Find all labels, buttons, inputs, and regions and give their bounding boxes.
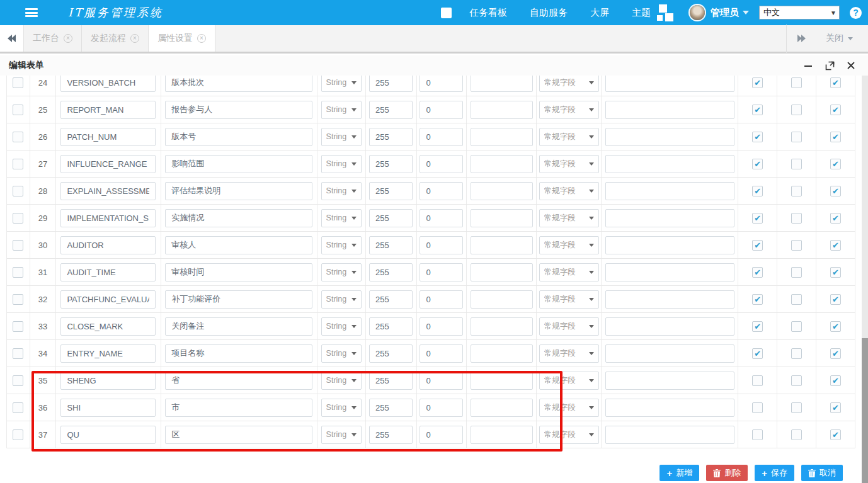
row-select-checkbox[interactable] [13,186,23,196]
row-flag2-checkbox[interactable] [791,267,802,278]
nav-theme[interactable]: 主题 [632,7,651,19]
field-category-select[interactable]: 常规字段 [539,182,599,200]
row-flag3-checkbox[interactable] [830,240,841,251]
row-select-checkbox[interactable] [13,375,23,386]
field-length-input[interactable] [369,182,413,200]
row-flag3-checkbox[interactable] [830,429,841,440]
field-default-input[interactable] [471,426,533,444]
row-select-checkbox[interactable] [13,348,23,359]
field-label-input[interactable] [165,182,312,200]
tab-close-icon[interactable]: × [64,34,72,43]
field-decimal-input[interactable] [420,155,463,173]
field-label-input[interactable] [165,76,312,92]
scrollbar-thumb[interactable] [862,338,868,483]
field-label-input[interactable] [165,236,312,254]
field-label-input[interactable] [165,317,312,336]
row-flag3-checkbox[interactable] [830,159,841,169]
row-flag2-checkbox[interactable] [791,240,802,251]
field-remark-input[interactable] [605,344,734,363]
row-select-checkbox[interactable] [13,132,23,142]
field-name-input[interactable] [60,182,156,200]
field-name-input[interactable] [60,76,156,92]
row-flag2-checkbox[interactable] [791,159,802,169]
field-remark-input[interactable] [605,182,734,200]
row-select-checkbox[interactable] [13,402,23,413]
field-label-input[interactable] [165,372,312,390]
row-flag1-checkbox[interactable] [752,294,763,305]
field-decimal-input[interactable] [420,236,463,254]
row-flag1-checkbox[interactable] [752,105,763,115]
close-tabs-button[interactable]: 关闭 [816,33,868,44]
field-category-select[interactable]: 常规字段 [539,263,599,281]
field-remark-input[interactable] [605,263,734,281]
user-caret-icon[interactable] [743,11,749,14]
field-decimal-input[interactable] [420,263,463,281]
field-default-input[interactable] [471,76,533,92]
row-select-checkbox[interactable] [13,159,23,169]
field-remark-input[interactable] [605,426,734,444]
field-category-select[interactable]: 常规字段 [539,290,599,309]
user-name[interactable]: 管理员 [711,7,739,19]
field-category-select[interactable]: 常规字段 [539,155,599,173]
field-decimal-input[interactable] [420,290,463,309]
field-label-input[interactable] [165,426,312,444]
field-name-input[interactable] [60,317,156,336]
field-decimal-input[interactable] [420,128,463,146]
row-flag1-checkbox[interactable] [752,402,763,413]
field-decimal-input[interactable] [420,101,463,119]
field-default-input[interactable] [471,209,533,227]
field-category-select[interactable]: 常规字段 [539,317,599,336]
field-decimal-input[interactable] [420,399,463,417]
field-type-select[interactable]: String [321,128,362,146]
row-flag2-checkbox[interactable] [791,429,802,440]
row-flag1-checkbox[interactable] [752,240,763,251]
field-remark-input[interactable] [605,317,734,336]
field-length-input[interactable] [369,155,413,173]
field-type-select[interactable]: String [321,76,362,92]
row-flag3-checkbox[interactable] [830,294,841,305]
tab-close-icon[interactable]: × [130,34,139,43]
row-flag1-checkbox[interactable] [752,77,763,88]
language-select[interactable]: 中文 ▼ [759,6,840,20]
collapse-left-button[interactable] [0,25,24,52]
row-select-checkbox[interactable] [13,321,23,332]
field-remark-input[interactable] [605,101,734,119]
field-label-input[interactable] [165,101,312,119]
field-type-select[interactable]: String [321,155,362,173]
field-label-input[interactable] [165,344,312,363]
field-decimal-input[interactable] [420,182,463,200]
field-default-input[interactable] [471,128,533,146]
field-category-select[interactable]: 常规字段 [539,128,599,146]
row-flag1-checkbox[interactable] [752,132,763,142]
row-flag3-checkbox[interactable] [830,213,841,224]
field-type-select[interactable]: String [321,372,362,390]
row-flag2-checkbox[interactable] [791,402,802,413]
field-name-input[interactable] [60,236,156,254]
field-label-input[interactable] [165,290,312,309]
field-length-input[interactable] [369,209,413,227]
field-type-select[interactable]: String [321,399,362,417]
field-name-input[interactable] [60,263,156,281]
field-label-input[interactable] [165,209,312,227]
field-default-input[interactable] [471,317,533,336]
row-flag3-checkbox[interactable] [830,132,841,142]
field-type-select[interactable]: String [321,182,362,200]
row-flag2-checkbox[interactable] [791,294,802,305]
field-default-input[interactable] [471,399,533,417]
field-name-input[interactable] [60,101,156,119]
field-name-input[interactable] [60,155,156,173]
field-decimal-input[interactable] [420,344,463,363]
tab-close-icon[interactable]: × [197,34,206,43]
field-type-select[interactable]: String [321,317,362,336]
row-select-checkbox[interactable] [13,213,23,224]
row-flag1-checkbox[interactable] [752,429,763,440]
tab-attribute-settings[interactable]: 属性设置 × [149,25,215,52]
field-length-input[interactable] [369,426,413,444]
row-select-checkbox[interactable] [13,267,23,278]
row-flag1-checkbox[interactable] [752,267,763,278]
row-flag2-checkbox[interactable] [791,132,802,142]
row-flag3-checkbox[interactable] [830,321,841,332]
field-decimal-input[interactable] [420,426,463,444]
row-flag2-checkbox[interactable] [791,213,802,224]
row-flag3-checkbox[interactable] [830,402,841,413]
